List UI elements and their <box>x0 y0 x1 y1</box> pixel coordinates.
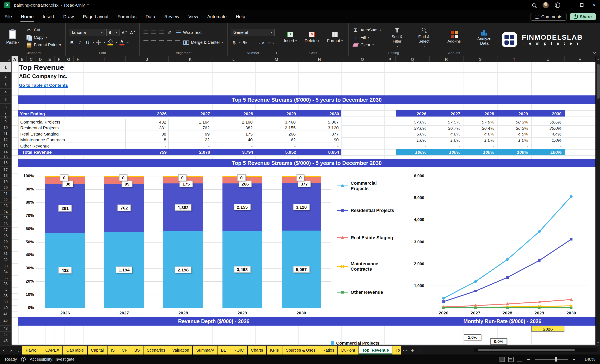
autosum-button[interactable]: ΣAutoSum▾ <box>351 27 382 34</box>
italic-button[interactable]: I <box>76 39 83 46</box>
menu-tab-view[interactable]: View <box>184 10 203 23</box>
column-header-F[interactable]: F <box>55 56 64 62</box>
row-header-45[interactable]: 45 <box>0 338 12 344</box>
select-all-corner[interactable] <box>0 56 12 62</box>
sheet-tab-scenarios[interactable]: Scenarios <box>143 346 169 355</box>
column-header-A[interactable]: A <box>12 56 18 62</box>
column-header-K[interactable]: K <box>169 56 212 62</box>
row-header-25[interactable]: 25 <box>0 215 12 221</box>
sheet-tab-ratios[interactable]: Ratios <box>319 346 338 355</box>
pct-cell[interactable]: 1.0% <box>531 137 565 143</box>
sheet-tab-sources-uses[interactable]: Sources & Uses <box>282 346 319 355</box>
pct-cell[interactable]: 1.0% <box>497 137 531 143</box>
sheet-tab-cf[interactable]: CF <box>119 346 131 355</box>
total-value[interactable]: 8,654 <box>298 149 341 155</box>
row-header-34[interactable]: 34 <box>0 269 12 275</box>
column-header-D[interactable]: D <box>36 56 45 62</box>
value-cell[interactable]: 1,194 <box>169 119 212 125</box>
vscroll-thumb[interactable] <box>597 64 600 99</box>
sheet-tab-capex[interactable]: CAPEX <box>42 346 63 355</box>
menu-tab-file[interactable]: File <box>0 10 16 23</box>
row-header-11[interactable]: 11 <box>0 131 12 137</box>
pct-header-year-2028[interactable]: 2028 <box>464 110 497 117</box>
row-header-14[interactable]: 14 <box>0 149 12 155</box>
row-header-24[interactable]: 24 <box>0 209 12 215</box>
comma-style-button[interactable]: , <box>250 39 256 46</box>
column-header-E[interactable]: E <box>45 56 55 62</box>
column-header-M[interactable]: M <box>255 56 298 62</box>
sheet-tab-top-revenue[interactable]: Top_Revenue <box>359 346 392 355</box>
scroll-up-arrow[interactable]: ▲ <box>596 56 600 62</box>
row-header-22[interactable]: 22 <box>0 197 12 203</box>
row-header-44[interactable]: 44 <box>0 332 12 338</box>
decrease-decimal-button[interactable] <box>266 39 275 46</box>
value-cell[interactable]: 281 <box>126 125 169 131</box>
row-header-21[interactable]: 21 <box>0 191 12 197</box>
menu-tab-automate[interactable]: Automate <box>203 10 231 23</box>
row-header-18[interactable]: 18 <box>0 173 12 179</box>
line-chart[interactable] <box>18 167 595 317</box>
row-header-2[interactable]: 2 <box>0 72 12 81</box>
menu-tab-page-layout[interactable]: Page Layout <box>78 10 113 23</box>
pct-cell[interactable]: 57.9% <box>464 119 497 125</box>
row-header-8[interactable]: 8 <box>0 117 12 119</box>
sheet-tab-to[interactable]: To <box>393 346 401 355</box>
legend-item-other-revenue[interactable]: Other Revenue <box>337 290 399 295</box>
fill-button[interactable]: ↓Fill▾ <box>351 34 382 41</box>
row-header-19[interactable]: 19 <box>0 179 12 185</box>
column-header-J[interactable]: J <box>126 56 169 62</box>
row-header-5[interactable]: 5 <box>0 95 12 104</box>
borders-button[interactable] <box>95 39 102 46</box>
row-header-36[interactable]: 36 <box>0 281 12 287</box>
pct-cell[interactable]: 5.0% <box>396 131 430 137</box>
value-cell[interactable]: 762 <box>169 125 212 131</box>
row-header-4[interactable]: 4 <box>0 89 12 95</box>
format-painter-button[interactable]: Format Painter <box>25 41 62 48</box>
pct-header-year-2029[interactable]: 2029 <box>497 110 531 117</box>
total-value[interactable]: 2,078 <box>169 149 212 155</box>
pct-cell[interactable]: 4.5% <box>497 131 531 137</box>
value-cell[interactable]: 38 <box>126 131 169 137</box>
value-cell[interactable]: 266 <box>255 131 298 137</box>
total-pct[interactable]: 100% <box>531 149 565 155</box>
row-header-6[interactable]: 6 <box>0 104 12 110</box>
zoom-level[interactable]: 140% <box>580 357 595 362</box>
pct-header-year-2026[interactable]: 2026 <box>396 110 430 117</box>
sheet-tab-payroll[interactable]: Payroll <box>22 346 42 355</box>
pct-cell[interactable]: 4.8% <box>430 131 464 137</box>
bold-button[interactable]: B <box>69 39 75 46</box>
row-label[interactable]: Residential Projects <box>18 125 126 131</box>
pct-cell[interactable]: 57.5% <box>430 119 464 125</box>
column-header-Q[interactable]: Q <box>396 56 430 62</box>
sheet-tab-summary[interactable]: Summary <box>193 346 217 355</box>
value-cell[interactable]: - <box>126 143 169 149</box>
value-cell[interactable]: - <box>169 143 212 149</box>
total-label[interactable]: Total Revenue <box>18 149 126 155</box>
value-cell[interactable]: 22 <box>169 137 212 143</box>
value-cell[interactable]: 432 <box>126 119 169 125</box>
zoom-in-button[interactable]: + <box>571 356 577 362</box>
sheet-tab-dupont[interactable]: DuPont <box>338 346 358 355</box>
value-cell[interactable]: 3,120 <box>298 125 341 131</box>
row-header-39[interactable]: 39 <box>0 299 12 305</box>
column-header-O[interactable]: O <box>341 56 384 62</box>
table-header-year-2029[interactable]: 2029 <box>255 110 298 117</box>
hscroll-thumb[interactable] <box>478 349 575 351</box>
pct-cell[interactable]: 58.6% <box>531 119 565 125</box>
legend-item-maintenance-contracts[interactable]: Maintenance Contracts <box>337 261 399 272</box>
vertical-scrollbar[interactable]: ▲ ▼ <box>595 56 600 346</box>
cells-area[interactable]: Top Revenue ABC Company Inc. Go to Table… <box>12 62 595 346</box>
pct-cell[interactable]: - <box>430 143 464 149</box>
value-cell[interactable]: 3,468 <box>255 119 298 125</box>
merge-center-button[interactable]: Merge & Center▾ <box>182 39 225 46</box>
value-cell[interactable]: - <box>298 143 341 149</box>
decrease-indent-button[interactable] <box>166 39 173 46</box>
increase-decimal-button[interactable] <box>257 39 265 46</box>
align-right-button[interactable] <box>158 39 165 46</box>
minimize-button[interactable] <box>564 0 575 10</box>
align-bottom-button[interactable] <box>158 29 165 36</box>
fill-color-button[interactable] <box>106 39 114 46</box>
sheet-tab-kpis[interactable]: KPIs <box>267 346 282 355</box>
decrease-font-size-button[interactable]: A▼ <box>129 29 136 36</box>
column-header-B[interactable]: B <box>18 56 27 62</box>
